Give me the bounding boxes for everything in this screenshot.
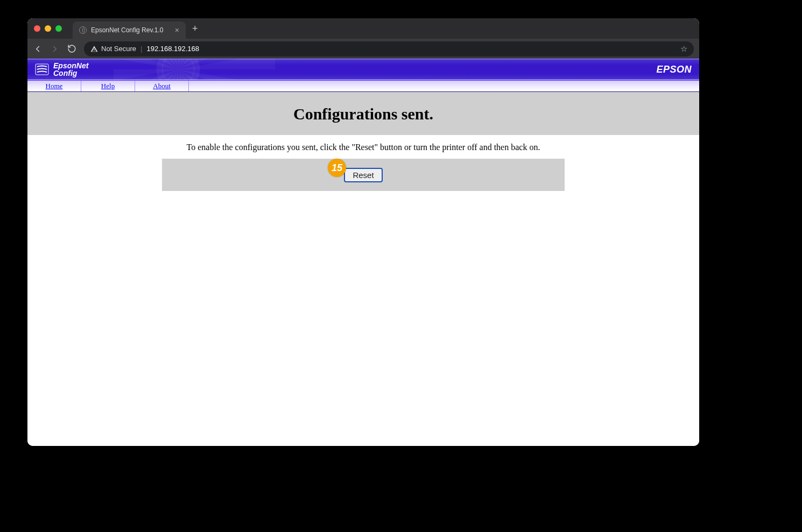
bookmark-star-icon[interactable]: ☆	[680, 44, 687, 54]
menu-about[interactable]: About	[135, 81, 189, 91]
address-bar[interactable]: Not Secure | 192.168.192.168 ☆	[84, 41, 694, 56]
reset-button[interactable]: Reset	[344, 168, 382, 182]
close-window-button[interactable]	[34, 25, 40, 32]
browser-window: EpsonNet Config Rev.1.0 × + Not Secure |…	[27, 18, 699, 446]
close-tab-icon[interactable]: ×	[175, 26, 179, 34]
site-logo: EpsonNet Config	[35, 62, 88, 77]
browser-toolbar: Not Secure | 192.168.192.168 ☆	[27, 39, 699, 59]
window-controls	[34, 25, 62, 32]
back-button[interactable]	[33, 44, 43, 54]
menu-help[interactable]: Help	[81, 81, 135, 91]
warning-icon	[90, 45, 98, 53]
annotation-badge: 15	[328, 159, 346, 177]
globe-icon	[79, 26, 87, 34]
minimize-window-button[interactable]	[45, 25, 51, 32]
site-banner: EpsonNet Config EPSON	[27, 59, 699, 80]
url-text: 192.168.192.168	[146, 45, 199, 53]
epson-logo-icon	[35, 63, 49, 75]
menu-home[interactable]: Home	[27, 81, 81, 91]
logo-line2: Config	[53, 69, 88, 77]
maximize-window-button[interactable]	[55, 25, 62, 32]
menu-bar: Home Help About	[27, 80, 699, 92]
content-header: Configurations sent.	[27, 92, 699, 135]
page-content: EpsonNet Config EPSON Home Help About Co…	[27, 59, 699, 446]
reload-button[interactable]	[67, 44, 76, 53]
forward-button[interactable]	[50, 44, 60, 54]
not-secure-label: Not Secure	[101, 45, 136, 53]
brand-label: EPSON	[656, 64, 692, 75]
page-heading: Configurations sent.	[27, 105, 699, 123]
separator: |	[140, 45, 142, 53]
new-tab-button[interactable]: +	[192, 23, 198, 34]
window-titlebar: EpsonNet Config Rev.1.0 × +	[27, 18, 699, 39]
instruction-text: To enable the configurations you sent, c…	[27, 135, 699, 159]
logo-line1: EpsonNet	[53, 62, 88, 69]
reset-panel: 15 Reset	[162, 159, 565, 191]
browser-tab[interactable]: EpsonNet Config Rev.1.0 ×	[73, 22, 186, 39]
logo-text: EpsonNet Config	[53, 62, 88, 77]
tab-title: EpsonNet Config Rev.1.0	[91, 26, 171, 34]
security-indicator[interactable]: Not Secure	[90, 45, 136, 53]
content-body: To enable the configurations you sent, c…	[27, 135, 699, 191]
